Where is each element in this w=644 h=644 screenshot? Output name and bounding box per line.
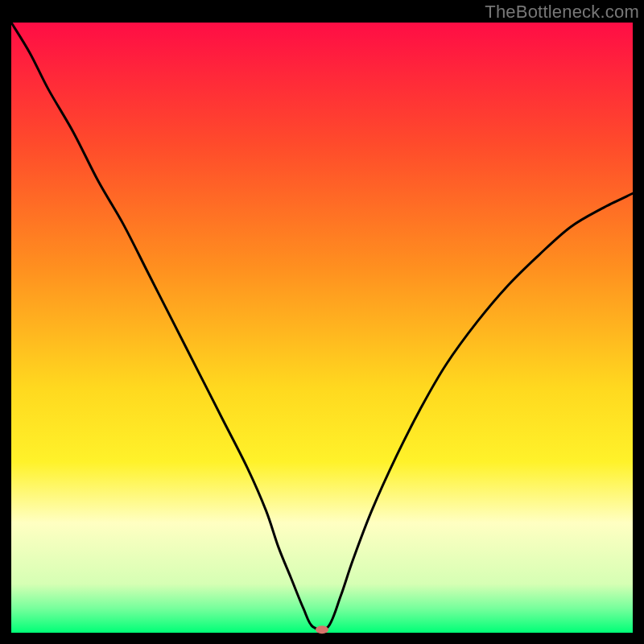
watermark: TheBottleneck.com (485, 2, 639, 23)
bottleneck-point (316, 625, 328, 634)
plot-area (11, 23, 633, 633)
chart-container: TheBottleneck.com (0, 0, 644, 644)
bottleneck-chart (0, 0, 644, 644)
